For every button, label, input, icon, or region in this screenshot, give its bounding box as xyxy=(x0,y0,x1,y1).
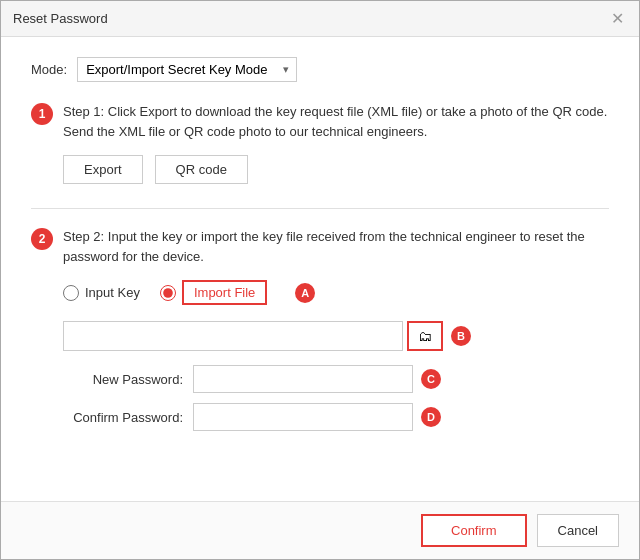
title-bar: Reset Password ✕ xyxy=(1,1,639,37)
folder-icon: 🗂 xyxy=(418,328,432,344)
file-input-row: 🗂 B xyxy=(63,321,609,351)
confirm-button[interactable]: Confirm xyxy=(421,514,527,547)
import-file-radio[interactable] xyxy=(160,285,176,301)
confirm-password-input[interactable] xyxy=(193,403,413,431)
new-password-row: New Password: C xyxy=(63,365,609,393)
reset-password-dialog: Reset Password ✕ Mode: Export/Import Sec… xyxy=(0,0,640,560)
step2-number: 2 xyxy=(31,228,53,250)
step2-section: 2 Step 2: Input the key or import the ke… xyxy=(31,227,609,431)
dialog-footer: Confirm Cancel xyxy=(1,501,639,559)
confirm-password-label: Confirm Password: xyxy=(63,410,183,425)
qr-code-button[interactable]: QR code xyxy=(155,155,248,184)
dialog-content: Mode: Export/Import Secret Key Mode 1 St… xyxy=(1,37,639,501)
import-file-option[interactable]: Import File xyxy=(160,280,267,305)
input-key-radio[interactable] xyxy=(63,285,79,301)
mode-select[interactable]: Export/Import Secret Key Mode xyxy=(77,57,297,82)
input-key-label: Input Key xyxy=(85,285,140,300)
step1-section: 1 Step 1: Click Export to download the k… xyxy=(31,102,609,184)
import-file-label: Import File xyxy=(182,280,267,305)
file-browse-button[interactable]: 🗂 xyxy=(407,321,443,351)
step1-text: Step 1: Click Export to download the key… xyxy=(63,102,609,141)
step2-text: Step 2: Input the key or import the key … xyxy=(63,227,609,266)
step1-buttons: Export QR code xyxy=(63,155,609,184)
dialog-title: Reset Password xyxy=(13,11,108,26)
mode-row: Mode: Export/Import Secret Key Mode xyxy=(31,57,609,82)
divider xyxy=(31,208,609,209)
new-password-input[interactable] xyxy=(193,365,413,393)
file-path-input[interactable] xyxy=(63,321,403,351)
close-button[interactable]: ✕ xyxy=(607,9,627,29)
badge-d: D xyxy=(421,407,441,427)
badge-b: B xyxy=(451,326,471,346)
new-password-wrapper: C xyxy=(193,365,441,393)
radio-row: Input Key Import File A xyxy=(63,280,609,305)
badge-a: A xyxy=(295,283,315,303)
export-button[interactable]: Export xyxy=(63,155,143,184)
confirm-password-row: Confirm Password: D xyxy=(63,403,609,431)
new-password-label: New Password: xyxy=(63,372,183,387)
step1-header: 1 Step 1: Click Export to download the k… xyxy=(31,102,609,141)
cancel-button[interactable]: Cancel xyxy=(537,514,619,547)
step2-header: 2 Step 2: Input the key or import the ke… xyxy=(31,227,609,266)
mode-select-wrapper: Export/Import Secret Key Mode xyxy=(77,57,297,82)
mode-label: Mode: xyxy=(31,62,67,77)
input-key-option[interactable]: Input Key xyxy=(63,285,140,301)
confirm-password-wrapper: D xyxy=(193,403,441,431)
badge-c: C xyxy=(421,369,441,389)
step1-number: 1 xyxy=(31,103,53,125)
